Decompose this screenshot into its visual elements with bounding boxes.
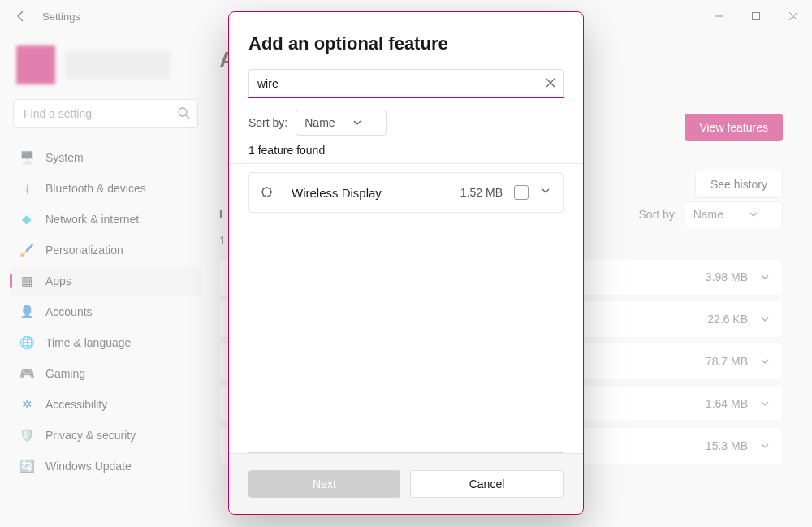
dialog-sort-dropdown[interactable]: Name — [296, 110, 386, 136]
next-button[interactable]: Next — [248, 470, 400, 498]
add-feature-dialog: Add an optional feature Sort by: Name 1 … — [228, 11, 584, 515]
dialog-title: Add an optional feature — [248, 33, 564, 54]
dialog-sort-label: Sort by: — [248, 116, 287, 129]
divider — [229, 163, 583, 164]
results-count: 1 feature found — [248, 144, 564, 157]
clear-search-icon[interactable] — [545, 77, 556, 92]
feature-search-input[interactable] — [257, 77, 537, 90]
chevron-down-icon[interactable] — [540, 185, 551, 200]
dialog-sort-value: Name — [304, 116, 335, 129]
feature-icon — [261, 184, 275, 201]
feature-result[interactable]: Wireless Display 1.52 MB — [248, 172, 564, 213]
feature-size: 1.52 MB — [460, 186, 503, 199]
feature-name: Wireless Display — [292, 186, 449, 200]
feature-checkbox[interactable] — [514, 185, 529, 200]
cancel-button[interactable]: Cancel — [410, 470, 564, 498]
